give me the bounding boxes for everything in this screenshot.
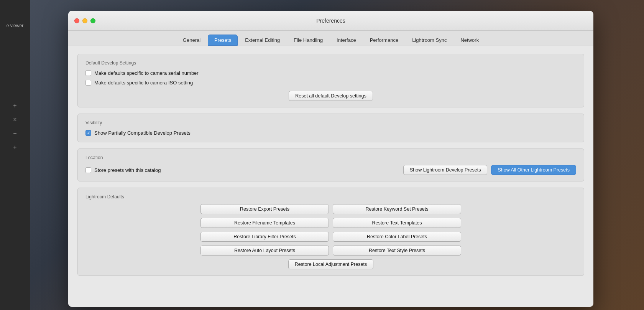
close-button[interactable] bbox=[74, 18, 79, 23]
tab-file-handling[interactable]: File Handling bbox=[287, 35, 329, 46]
lightroom-defaults-section: Lightroom Defaults Restore Export Preset… bbox=[77, 188, 584, 276]
store-presets-checkbox[interactable] bbox=[85, 167, 91, 173]
show-all-presets-button[interactable]: Show All Other Lightroom Presets bbox=[491, 165, 576, 175]
titlebar: Preferences bbox=[68, 11, 593, 31]
restore-library-filter-presets-button[interactable]: Restore Library Filter Presets bbox=[200, 232, 329, 242]
restore-keyword-set-presets-button[interactable]: Restore Keyword Set Presets bbox=[333, 204, 461, 214]
partial-presets-row: Show Partially Compatible Develop Preset… bbox=[85, 130, 576, 136]
restore-export-presets-button[interactable]: Restore Export Presets bbox=[200, 204, 329, 214]
restore-text-style-presets-button[interactable]: Restore Text Style Presets bbox=[333, 246, 461, 256]
tab-performance[interactable]: Performance bbox=[363, 35, 405, 46]
iso-setting-row: Make defaults specific to camera ISO set… bbox=[85, 80, 576, 86]
defaults-grid: Restore Export Presets Restore Keyword S… bbox=[200, 204, 461, 256]
visibility-section: Visibility Show Partially Compatible Dev… bbox=[77, 114, 584, 142]
tab-network[interactable]: Network bbox=[454, 35, 485, 46]
reset-develop-button[interactable]: Reset all default Develop settings bbox=[289, 91, 373, 101]
default-develop-section: Default Develop Settings Make defaults s… bbox=[77, 54, 584, 107]
sidebar-viewer-label: e viewer bbox=[7, 23, 24, 28]
restore-text-templates-button[interactable]: Restore Text Templates bbox=[333, 218, 461, 228]
sidebar-controls: + × − + bbox=[10, 101, 20, 152]
tab-general[interactable]: General bbox=[176, 35, 207, 46]
sidebar-minus-btn[interactable]: − bbox=[10, 129, 20, 138]
location-section: Location Store presets with this catalog… bbox=[77, 148, 584, 181]
tab-external-editing[interactable]: External Editing bbox=[238, 35, 286, 46]
location-right: Show Lightroom Develop Presets Show All … bbox=[403, 165, 576, 175]
tab-lightroom-sync[interactable]: Lightroom Sync bbox=[406, 35, 453, 46]
restore-local-adjustment-presets-button[interactable]: Restore Local Adjustment Presets bbox=[288, 259, 373, 269]
preferences-window: Preferences General Presets External Edi… bbox=[68, 11, 593, 307]
partial-presets-label: Show Partially Compatible Develop Preset… bbox=[94, 130, 191, 136]
sidebar-add-btn[interactable]: + bbox=[10, 101, 20, 110]
location-title: Location bbox=[85, 155, 576, 160]
location-left: Store presets with this catalog bbox=[85, 167, 161, 173]
location-row: Store presets with this catalog Show Lig… bbox=[85, 165, 576, 175]
window-title: Preferences bbox=[316, 18, 345, 24]
partial-presets-checkbox[interactable] bbox=[85, 130, 91, 136]
store-presets-label: Store presets with this catalog bbox=[94, 167, 161, 173]
iso-setting-checkbox[interactable] bbox=[85, 80, 91, 86]
visibility-title: Visibility bbox=[85, 120, 576, 125]
sidebar-close-btn[interactable]: × bbox=[10, 115, 20, 124]
serial-number-label: Make defaults specific to camera serial … bbox=[94, 70, 199, 76]
tab-presets[interactable]: Presets bbox=[208, 35, 238, 46]
lightroom-defaults-title: Lightroom Defaults bbox=[85, 194, 576, 200]
serial-number-row: Make defaults specific to camera serial … bbox=[85, 70, 576, 76]
tabbar: General Presets External Editing File Ha… bbox=[68, 31, 593, 46]
tab-interface[interactable]: Interface bbox=[330, 35, 363, 46]
show-develop-presets-button[interactable]: Show Lightroom Develop Presets bbox=[403, 165, 488, 175]
default-develop-title: Default Develop Settings bbox=[85, 60, 576, 66]
restore-color-label-presets-button[interactable]: Restore Color Label Presets bbox=[333, 232, 461, 242]
restore-auto-layout-presets-button[interactable]: Restore Auto Layout Presets bbox=[200, 246, 329, 256]
sidebar: e viewer + × − + bbox=[0, 0, 30, 310]
content-area: Default Develop Settings Make defaults s… bbox=[68, 46, 593, 307]
window-controls bbox=[74, 18, 95, 23]
serial-number-checkbox[interactable] bbox=[85, 70, 91, 76]
maximize-button[interactable] bbox=[90, 18, 95, 23]
sidebar-plus-btn[interactable]: + bbox=[10, 143, 20, 152]
defaults-bottom: Restore Local Adjustment Presets bbox=[85, 259, 576, 269]
iso-setting-label: Make defaults specific to camera ISO set… bbox=[94, 80, 193, 86]
reset-button-row: Reset all default Develop settings bbox=[85, 91, 576, 101]
minimize-button[interactable] bbox=[82, 18, 87, 23]
main-area: Preferences General Presets External Edi… bbox=[30, 0, 644, 310]
restore-filename-templates-button[interactable]: Restore Filename Templates bbox=[200, 218, 329, 228]
